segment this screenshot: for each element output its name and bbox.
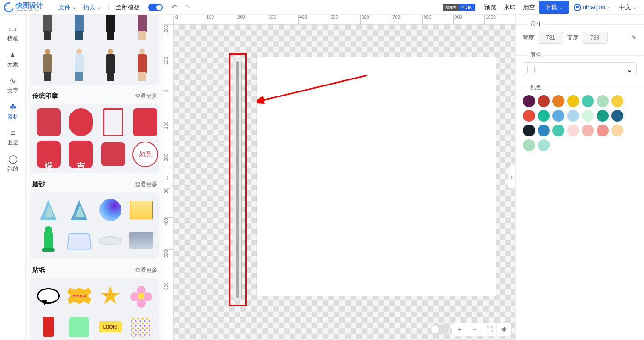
mode-toggle[interactable] <box>148 4 163 11</box>
ruler-horizontal[interactable]: 0 100 200 300 400 500 600 700 800 900 10… <box>174 15 515 25</box>
rail-elements[interactable]: ▲元素 <box>0 46 25 72</box>
asset-frosted[interactable] <box>35 197 62 223</box>
snap-toggle[interactable] <box>431 325 449 334</box>
palette-swatch[interactable] <box>523 95 535 107</box>
asset-sticker[interactable] <box>35 283 62 309</box>
palette-swatch[interactable] <box>567 110 579 122</box>
palette-swatch[interactable] <box>597 95 609 107</box>
palette-swatch[interactable] <box>552 125 564 136</box>
zoom-in-button[interactable]: ＋ <box>452 323 467 336</box>
redo-button[interactable]: ↷ <box>181 1 194 13</box>
asset-person[interactable] <box>97 15 124 40</box>
rail-assets[interactable]: ☘素材 <box>0 98 25 125</box>
all-templates-link[interactable]: 全部模板 <box>112 1 144 13</box>
asset-seal[interactable] <box>67 108 95 136</box>
user-icon <box>574 4 581 11</box>
asset-seal[interactable] <box>99 108 127 136</box>
download-button[interactable]: 下载 ⌄ <box>539 1 569 14</box>
asset-person[interactable] <box>129 45 156 81</box>
asset-person[interactable] <box>34 45 61 81</box>
palette-swatch[interactable] <box>538 95 550 107</box>
fit-screen-button[interactable]: ⛶ <box>482 323 496 336</box>
palette-swatch[interactable] <box>611 110 623 122</box>
asset-sticker[interactable] <box>66 314 93 340</box>
asset-person[interactable] <box>97 45 124 81</box>
width-input[interactable] <box>538 32 564 44</box>
file-menu[interactable]: 文件 ⌄ <box>55 1 80 13</box>
center-button[interactable]: ✥ <box>496 323 511 336</box>
palette-grid <box>523 95 637 151</box>
see-more-link[interactable]: 查看更多 <box>135 92 157 100</box>
insert-menu[interactable]: 插入 ⌄ <box>80 1 104 13</box>
rail-layers[interactable]: ≡图层 <box>0 125 25 150</box>
asset-seal[interactable]: 吉 <box>67 141 95 168</box>
asset-sticker[interactable]: BANG! <box>66 283 93 309</box>
palette-swatch[interactable] <box>523 139 535 151</box>
asset-seal[interactable] <box>132 108 159 136</box>
height-input[interactable] <box>582 32 608 44</box>
collapse-left-panel-button[interactable]: ‹ <box>164 166 171 189</box>
asset-frosted[interactable] <box>97 197 124 223</box>
asset-seal[interactable] <box>99 141 127 168</box>
palette-swatch[interactable] <box>611 125 623 136</box>
zoom-out-button[interactable]: － <box>467 323 482 336</box>
palette-swatch[interactable] <box>552 110 564 122</box>
asset-frosted[interactable] <box>128 228 155 255</box>
asset-seal[interactable]: 端 <box>35 141 63 168</box>
background-color-select[interactable]: ⌄ <box>523 62 637 76</box>
palette-swatch[interactable] <box>538 110 550 122</box>
palette-swatch[interactable] <box>582 110 594 122</box>
asset-frosted[interactable] <box>35 228 62 255</box>
artboard[interactable] <box>257 57 496 296</box>
palette-swatch[interactable] <box>523 125 535 136</box>
asset-sticker[interactable] <box>128 314 155 340</box>
see-more-link[interactable]: 查看更多 <box>135 266 157 274</box>
undo-button[interactable]: ↶ <box>167 1 181 13</box>
asset-frosted[interactable] <box>66 197 93 223</box>
asset-person[interactable] <box>66 45 93 81</box>
preview-button[interactable]: 预览 <box>481 1 500 13</box>
user-menu[interactable]: nihaojob ⌄ <box>574 4 611 11</box>
asset-sticker[interactable] <box>97 283 124 309</box>
book-icon: ▭ <box>0 24 25 34</box>
palette-swatch[interactable] <box>582 125 594 136</box>
canvas-slider-object[interactable] <box>233 58 242 301</box>
divider <box>108 3 109 11</box>
language-menu[interactable]: 中文 ⌄ <box>615 1 640 13</box>
asset-frosted[interactable] <box>128 197 155 223</box>
github-stars-badge[interactable]: stars 4.3K <box>443 4 475 11</box>
asset-seal[interactable] <box>35 108 63 136</box>
rail-templates[interactable]: ▭模板 <box>0 20 25 46</box>
asset-sticker[interactable]: LOOK! <box>97 314 124 340</box>
asset-person[interactable] <box>129 15 156 40</box>
logo[interactable]: 快图设计 www.kuaitu.cc <box>4 2 43 12</box>
asset-sticker[interactable] <box>128 283 155 309</box>
palette-swatch[interactable] <box>538 125 550 136</box>
palette-swatch[interactable] <box>538 139 550 151</box>
palette-swatch[interactable] <box>552 95 564 107</box>
clear-button[interactable]: 清空 <box>519 1 539 13</box>
asset-frosted[interactable] <box>66 228 93 255</box>
edit-size-button[interactable]: ✎ <box>632 34 637 41</box>
palette-swatch[interactable] <box>523 110 535 122</box>
palette-swatch[interactable] <box>597 110 609 122</box>
palette-swatch[interactable] <box>611 95 623 107</box>
asset-sticker[interactable] <box>35 314 62 340</box>
palette-swatch[interactable] <box>567 125 579 136</box>
asset-person[interactable] <box>34 15 61 40</box>
collapse-right-panel-button[interactable]: › <box>508 166 515 189</box>
watermark-button[interactable]: 水印 <box>500 1 519 13</box>
layers-icon: ≡ <box>0 128 25 138</box>
palette-section: 配色 <box>523 84 637 151</box>
canvas-checker[interactable] <box>174 25 515 340</box>
rail-text[interactable]: ∿文字 <box>0 72 25 98</box>
rail-mine[interactable]: ◯我的 <box>0 150 25 176</box>
asset-seal[interactable]: 如意 <box>132 141 159 168</box>
see-more-link[interactable]: 查看更多 <box>135 181 157 188</box>
asset-frosted[interactable] <box>97 228 124 255</box>
asset-person[interactable] <box>66 15 93 40</box>
palette-swatch[interactable] <box>597 125 609 136</box>
palette-swatch[interactable] <box>567 95 579 107</box>
palette-swatch[interactable] <box>582 95 594 107</box>
ruler-tick: 400 <box>164 218 173 250</box>
